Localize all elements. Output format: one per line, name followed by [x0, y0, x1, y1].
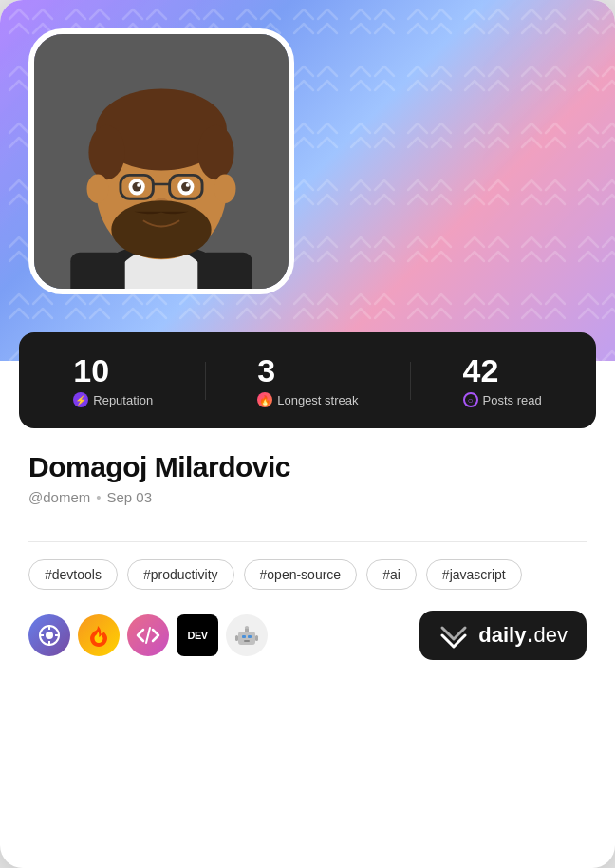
- profile-meta: @domem • Sep 03: [28, 489, 587, 505]
- hero-banner: [0, 0, 615, 361]
- streak-value: 3: [257, 353, 275, 388]
- svg-point-10: [197, 125, 233, 179]
- daily-dev-chevron-icon: [438, 622, 469, 649]
- profile-handle: @domem: [28, 489, 90, 505]
- svg-rect-36: [235, 635, 238, 641]
- tag-open-source[interactable]: #open-source: [244, 559, 358, 590]
- badge-crosshair: [28, 614, 70, 656]
- circle-icon: ○: [463, 392, 478, 407]
- reputation-value: 10: [73, 353, 109, 388]
- daily-dot-symbol: .: [527, 623, 532, 648]
- svg-point-12: [214, 174, 236, 203]
- reputation-label: ⚡ Reputation: [73, 392, 153, 407]
- tag-javascript[interactable]: #javascript: [426, 559, 522, 590]
- stat-reputation: 10 ⚡ Reputation: [73, 353, 153, 407]
- tags-section: #devtools #productivity #open-source #ai…: [0, 559, 615, 590]
- badge-flame: [78, 614, 120, 656]
- svg-point-11: [87, 174, 109, 203]
- profile-card: 10 ⚡ Reputation 3 🔥 Longest streak 42 ○ …: [0, 0, 615, 868]
- svg-point-19: [181, 182, 191, 192]
- bolt-icon: ⚡: [73, 392, 88, 407]
- svg-rect-33: [244, 640, 250, 642]
- daily-dev-logo: daily . dev: [419, 611, 587, 660]
- svg-point-20: [186, 183, 190, 187]
- svg-point-25: [46, 632, 53, 639]
- posts-value: 42: [463, 353, 499, 388]
- svg-rect-4: [70, 253, 124, 289]
- svg-point-23: [111, 200, 211, 258]
- avatar: [28, 28, 294, 294]
- bottom-section: DEV: [0, 590, 615, 687]
- badges-row: DEV: [28, 614, 268, 656]
- stat-divider-2: [410, 362, 411, 400]
- posts-label: ○ Posts read: [463, 392, 542, 407]
- flame-icon: 🔥: [257, 392, 272, 407]
- badge-code: [127, 614, 169, 656]
- svg-point-15: [132, 182, 141, 192]
- meta-dot: •: [96, 489, 101, 505]
- daily-dev-text: daily . dev: [478, 623, 568, 648]
- profile-date: Sep 03: [107, 489, 153, 505]
- svg-rect-35: [245, 626, 249, 629]
- svg-point-9: [88, 125, 124, 179]
- stat-posts: 42 ○ Posts read: [463, 353, 542, 407]
- stat-streak: 3 🔥 Longest streak: [257, 353, 358, 407]
- profile-name: Domagoj Milardovic: [28, 451, 587, 483]
- tag-devtools[interactable]: #devtools: [28, 559, 118, 590]
- badge-robot: [226, 614, 268, 656]
- stat-divider-1: [205, 362, 206, 400]
- daily-word: daily: [478, 623, 526, 648]
- tag-ai[interactable]: #ai: [366, 559, 417, 590]
- stats-bar: 10 ⚡ Reputation 3 🔥 Longest streak 42 ○ …: [19, 332, 596, 428]
- streak-label: 🔥 Longest streak: [257, 392, 358, 407]
- tag-productivity[interactable]: #productivity: [127, 559, 234, 590]
- profile-divider: [28, 541, 587, 542]
- svg-rect-31: [242, 635, 246, 638]
- svg-rect-5: [197, 253, 252, 289]
- svg-rect-37: [255, 635, 258, 641]
- svg-rect-30: [238, 632, 255, 645]
- svg-point-16: [137, 183, 140, 187]
- profile-section: Domagoj Milardovic @domem • Sep 03: [0, 428, 615, 524]
- svg-rect-32: [248, 635, 252, 638]
- badge-dev: DEV: [177, 614, 218, 656]
- dev-word: dev: [534, 623, 568, 648]
